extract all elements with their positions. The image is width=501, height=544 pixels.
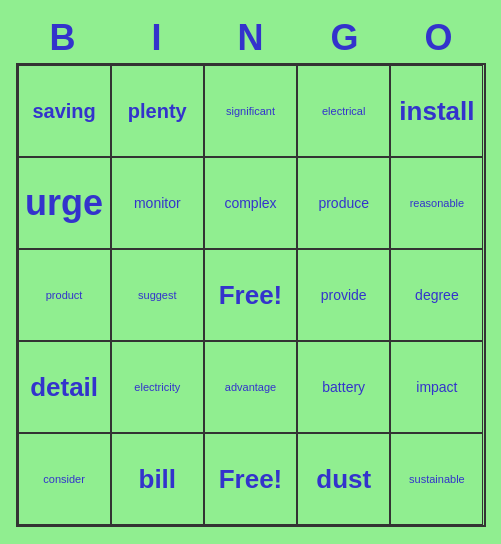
bingo-cell: suggest: [111, 249, 204, 341]
bingo-cell: saving: [18, 65, 111, 157]
cell-text: plenty: [128, 100, 187, 123]
bingo-cell: sustainable: [390, 433, 483, 525]
cell-text: battery: [322, 379, 365, 395]
cell-text: electrical: [322, 105, 365, 117]
bingo-cell: urge: [18, 157, 111, 249]
bingo-cell: provide: [297, 249, 390, 341]
bingo-cell: advantage: [204, 341, 297, 433]
cell-text: bill: [139, 464, 177, 495]
bingo-letter: O: [392, 17, 486, 59]
cell-text: produce: [318, 195, 369, 211]
cell-text: significant: [226, 105, 275, 117]
bingo-cell: Free!: [204, 433, 297, 525]
bingo-cell: consider: [18, 433, 111, 525]
cell-text: reasonable: [410, 197, 464, 209]
bingo-grid: savingplentysignificantelectricalinstall…: [16, 63, 486, 527]
bingo-cell: complex: [204, 157, 297, 249]
bingo-cell: impact: [390, 341, 483, 433]
bingo-cell: monitor: [111, 157, 204, 249]
bingo-cell: product: [18, 249, 111, 341]
cell-text: Free!: [219, 280, 283, 311]
cell-text: suggest: [138, 289, 177, 301]
bingo-cell: detail: [18, 341, 111, 433]
bingo-cell: significant: [204, 65, 297, 157]
bingo-header: BINGO: [16, 17, 486, 59]
cell-text: Free!: [219, 464, 283, 495]
bingo-letter: G: [298, 17, 392, 59]
bingo-cell: bill: [111, 433, 204, 525]
cell-text: consider: [43, 473, 85, 485]
bingo-cell: produce: [297, 157, 390, 249]
cell-text: saving: [32, 100, 95, 123]
cell-text: provide: [321, 287, 367, 303]
bingo-cell: reasonable: [390, 157, 483, 249]
bingo-cell: install: [390, 65, 483, 157]
bingo-cell: dust: [297, 433, 390, 525]
bingo-letter: B: [16, 17, 110, 59]
bingo-card: BINGO savingplentysignificantelectricali…: [6, 7, 496, 537]
bingo-letter: I: [110, 17, 204, 59]
cell-text: install: [399, 96, 474, 127]
cell-text: product: [46, 289, 83, 301]
cell-text: impact: [416, 379, 457, 395]
bingo-cell: Free!: [204, 249, 297, 341]
cell-text: detail: [30, 372, 98, 403]
bingo-cell: degree: [390, 249, 483, 341]
cell-text: complex: [224, 195, 276, 211]
cell-text: advantage: [225, 381, 276, 393]
bingo-letter: N: [204, 17, 298, 59]
bingo-cell: electrical: [297, 65, 390, 157]
bingo-cell: battery: [297, 341, 390, 433]
cell-text: urge: [25, 182, 103, 224]
cell-text: sustainable: [409, 473, 465, 485]
bingo-cell: plenty: [111, 65, 204, 157]
cell-text: monitor: [134, 195, 181, 211]
cell-text: dust: [316, 464, 371, 495]
cell-text: electricity: [134, 381, 180, 393]
bingo-cell: electricity: [111, 341, 204, 433]
cell-text: degree: [415, 287, 459, 303]
